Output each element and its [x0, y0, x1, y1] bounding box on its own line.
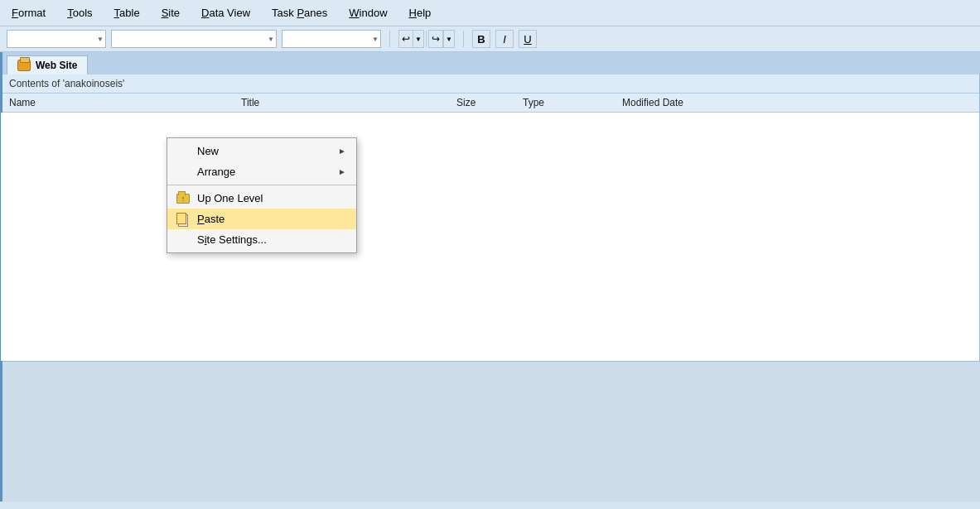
ctx-arrange[interactable]: Arrange ►	[167, 161, 356, 182]
ctx-paste-label: Paste	[197, 213, 224, 225]
website-tab-label: Web Site	[36, 60, 77, 71]
ctx-arrange-label: Arrange	[197, 166, 235, 178]
ctx-new[interactable]: New ►	[167, 141, 356, 161]
ctx-up-one-level[interactable]: Up One Level	[167, 188, 356, 209]
breadcrumb: Contents of 'anakoinoseis'	[1, 74, 979, 94]
content-panel: Contents of 'anakoinoseis' Name Title Si…	[0, 74, 980, 362]
ctx-site-settings-icon	[176, 233, 191, 247]
col-modified: Modified Date	[622, 97, 971, 108]
font-select[interactable]	[111, 30, 277, 48]
toolbar-sep-2	[463, 31, 464, 47]
menu-taskpanes[interactable]: Task Panes	[268, 5, 331, 21]
font-select-wrap	[111, 30, 277, 48]
menubar: Format Tools Table Site Data View Task P…	[0, 0, 980, 26]
ctx-new-icon	[176, 145, 191, 158]
underline-button[interactable]: U	[519, 30, 537, 48]
ctx-arrange-arrow: ►	[338, 167, 346, 176]
ctx-paste[interactable]: Paste	[167, 209, 356, 229]
ctx-site-settings-label: Site Settings...	[197, 233, 267, 246]
ctx-new-arrow: ►	[338, 146, 346, 156]
ctx-new-label: New	[197, 145, 219, 157]
redo-button[interactable]: ↪	[428, 30, 443, 48]
undo-dropdown[interactable]: ▼	[413, 30, 424, 48]
toolbar-sep-1	[389, 31, 390, 47]
style-select[interactable]	[7, 30, 106, 48]
col-size: Size	[456, 97, 523, 108]
menu-format[interactable]: Format	[8, 5, 49, 21]
redo-dropdown[interactable]: ▼	[443, 30, 455, 48]
ctx-site-settings[interactable]: Site Settings...	[167, 229, 356, 250]
ctx-up-label: Up One Level	[197, 192, 263, 204]
menu-help[interactable]: Help	[406, 5, 435, 21]
menu-table[interactable]: Table	[111, 5, 143, 21]
col-name: Name	[9, 97, 241, 108]
size-select[interactable]	[282, 30, 381, 48]
main-area: Web Site Contents of 'anakoinoseis' Name…	[0, 52, 980, 502]
paste-icon	[176, 213, 190, 226]
menu-window[interactable]: Window	[345, 5, 390, 21]
tab-bar: Web Site	[0, 52, 980, 74]
undo-redo-sep	[426, 31, 427, 47]
menu-site[interactable]: Site	[158, 5, 183, 21]
menu-dataview[interactable]: Data View	[198, 5, 253, 21]
toolbar: ↩ ▼ ↪ ▼ B I U	[0, 26, 980, 52]
context-menu: New ► Arrange ► Up One Level	[167, 137, 357, 253]
folder-up-icon	[176, 194, 190, 204]
website-tab[interactable]: Web Site	[7, 55, 88, 74]
undo-redo-group: ↩ ▼ ↪ ▼	[398, 30, 455, 48]
italic-button[interactable]: I	[495, 30, 514, 48]
size-select-wrap	[282, 30, 381, 48]
website-tab-icon	[17, 60, 31, 71]
ctx-paste-icon	[176, 213, 191, 226]
ctx-sep-1	[167, 185, 356, 185]
ctx-arrange-icon	[176, 166, 191, 179]
bold-button[interactable]: B	[472, 30, 490, 48]
style-select-wrap	[7, 30, 106, 48]
col-type: Type	[523, 97, 622, 108]
col-title: Title	[241, 97, 456, 108]
ctx-up-icon	[176, 192, 191, 205]
file-table-header: Name Title Size Type Modified Date	[1, 94, 979, 113]
menu-tools[interactable]: Tools	[64, 5, 95, 21]
file-table-body[interactable]: New ► Arrange ► Up One Level	[1, 113, 979, 361]
undo-button[interactable]: ↩	[398, 30, 413, 48]
